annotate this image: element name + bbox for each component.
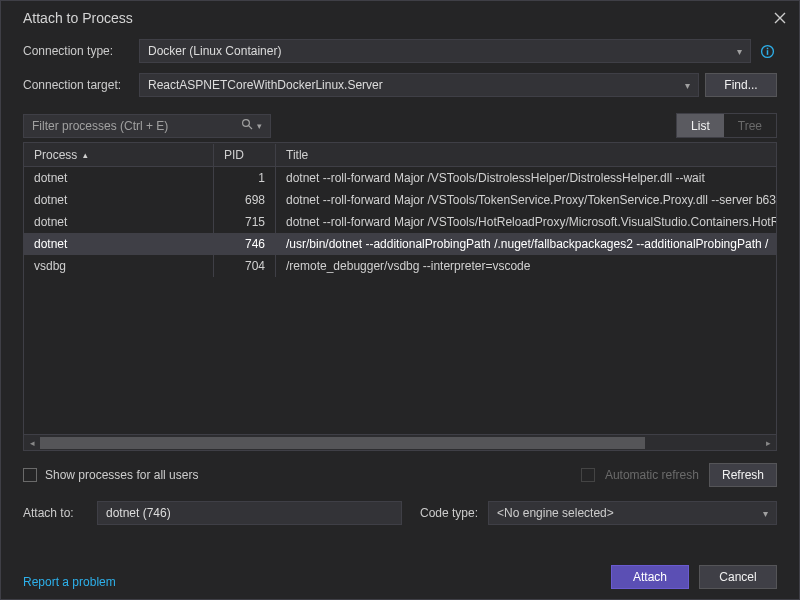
attach-to-label: Attach to: [23,506,87,520]
table-row[interactable]: vsdbg704/remote_debugger/vsdbg --interpr… [24,255,776,277]
svg-rect-2 [766,47,768,49]
connection-target-combo[interactable]: ReactASPNETCoreWithDockerLinux.Server ▾ [139,73,699,97]
chevron-down-icon: ▾ [685,80,690,91]
cell-process: dotnet [24,233,214,255]
scroll-right-icon[interactable]: ▸ [760,435,776,451]
code-type-value: <No engine selected> [497,506,614,520]
filter-input[interactable]: Filter processes (Ctrl + E) ▾ [23,114,271,138]
table-body: dotnet1dotnet --roll-forward Major /VSTo… [24,167,776,434]
cell-title: dotnet --roll-forward Major /VSTools/Hot… [276,211,776,233]
cell-pid: 704 [214,255,276,277]
cell-pid: 746 [214,233,276,255]
dialog-content: Connection type: Docker (Linux Container… [1,33,799,599]
cell-title: /remote_debugger/vsdbg --interpreter=vsc… [276,255,776,277]
svg-line-4 [249,126,252,129]
chevron-down-icon[interactable]: ▾ [257,121,262,131]
bottom-area: Report a problem Attach Cancel [23,545,777,589]
column-pid[interactable]: PID [214,144,276,166]
cell-process: dotnet [24,167,214,189]
cell-title: /usr/bin/dotnet --additionalProbingPath … [276,233,776,255]
attach-button[interactable]: Attach [611,565,689,589]
table-header: Process ▴ PID Title [24,143,776,167]
attach-to-input[interactable]: dotnet (746) [97,501,402,525]
table-row[interactable]: dotnet715dotnet --roll-forward Major /VS… [24,211,776,233]
connection-type-row: Connection type: Docker (Linux Container… [23,39,777,63]
attach-to-value: dotnet (746) [106,506,171,520]
svg-point-3 [243,120,250,127]
connection-target-label: Connection target: [23,78,133,92]
connection-type-value: Docker (Linux Container) [148,44,281,58]
cell-process: vsdbg [24,255,214,277]
attach-to-process-dialog: Attach to Process Connection type: Docke… [0,0,800,600]
cell-process: dotnet [24,189,214,211]
cancel-button[interactable]: Cancel [699,565,777,589]
cell-pid: 698 [214,189,276,211]
show-all-users-label: Show processes for all users [45,468,198,482]
dialog-title: Attach to Process [23,10,133,26]
toolbar-row: Filter processes (Ctrl + E) ▾ List Tree [23,113,777,138]
chevron-down-icon: ▾ [737,46,742,57]
cell-pid: 715 [214,211,276,233]
sort-ascending-icon: ▴ [83,150,88,160]
table-row[interactable]: dotnet698dotnet --roll-forward Major /VS… [24,189,776,211]
filter-placeholder: Filter processes (Ctrl + E) [32,119,168,133]
titlebar: Attach to Process [1,1,799,33]
attach-to-row: Attach to: dotnet (746) Code type: <No e… [23,501,777,525]
view-toggle: List Tree [676,113,777,138]
svg-rect-1 [766,50,768,55]
column-process[interactable]: Process ▴ [24,144,214,166]
column-process-label: Process [34,148,77,162]
footer-buttons: Attach Cancel [611,555,777,589]
refresh-button[interactable]: Refresh [709,463,777,487]
connection-type-combo[interactable]: Docker (Linux Container) ▾ [139,39,751,63]
connection-type-label: Connection type: [23,44,133,58]
process-table: Process ▴ PID Title dotnet1dotnet --roll… [23,142,777,451]
cell-process: dotnet [24,211,214,233]
view-tree-button: Tree [724,114,776,137]
scroll-thumb[interactable] [40,437,645,449]
automatic-refresh-checkbox [581,468,595,482]
connection-target-row: Connection target: ReactASPNETCoreWithDo… [23,73,777,97]
table-row[interactable]: dotnet746/usr/bin/dotnet --additionalPro… [24,233,776,255]
cell-pid: 1 [214,167,276,189]
search-icon [241,118,253,133]
close-icon[interactable] [771,9,789,27]
column-title[interactable]: Title [276,144,776,166]
table-row[interactable]: dotnet1dotnet --roll-forward Major /VSTo… [24,167,776,189]
view-list-button[interactable]: List [677,114,724,137]
cell-title: dotnet --roll-forward Major /VSTools/Dis… [276,167,776,189]
scroll-track[interactable] [40,435,760,451]
options-row: Show processes for all users Automatic r… [23,463,777,487]
cell-title: dotnet --roll-forward Major /VSTools/Tok… [276,189,776,211]
connection-target-value: ReactASPNETCoreWithDockerLinux.Server [148,78,383,92]
horizontal-scrollbar[interactable]: ◂ ▸ [24,434,776,450]
show-all-users-checkbox[interactable] [23,468,37,482]
code-type-label: Code type: [420,506,478,520]
code-type-combo[interactable]: <No engine selected> ▾ [488,501,777,525]
find-button[interactable]: Find... [705,73,777,97]
chevron-down-icon: ▾ [763,508,768,519]
scroll-left-icon[interactable]: ◂ [24,435,40,451]
info-icon[interactable] [757,41,777,61]
automatic-refresh-label: Automatic refresh [605,468,699,482]
report-problem-link[interactable]: Report a problem [23,575,116,589]
